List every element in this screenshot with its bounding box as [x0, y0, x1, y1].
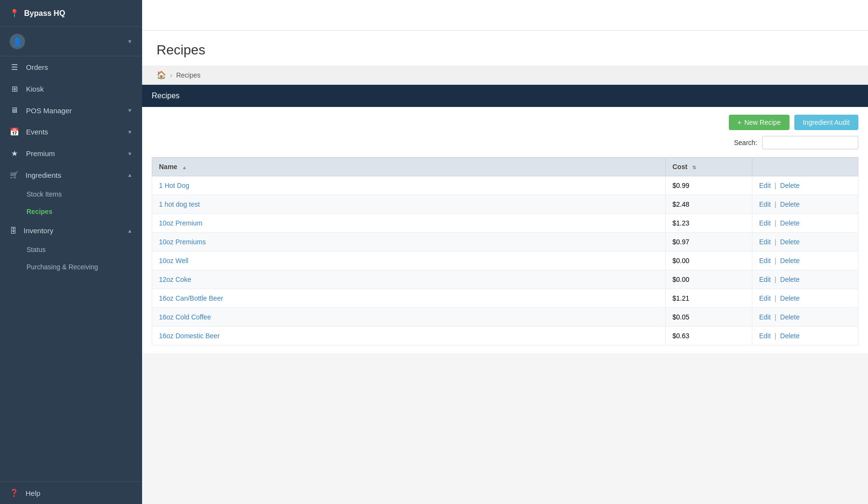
sidebar-item-orders[interactable]: ☰ Orders — [0, 56, 142, 78]
plus-icon: + — [737, 119, 741, 126]
edit-link[interactable]: Edit — [759, 332, 771, 340]
recipe-actions-cell: Edit | Delete — [752, 327, 858, 345]
recipes-card-body: + New Recipe Ingredient Audit Search: — [142, 107, 868, 353]
recipe-name-link[interactable]: 10oz Premiums — [159, 238, 206, 246]
recipe-name-link[interactable]: 16oz Cold Coffee — [159, 313, 211, 321]
recipe-name-cell: 12oz Coke — [152, 270, 666, 289]
purchasing-label: Purchasing & Receiving — [26, 263, 98, 271]
delete-link[interactable]: Delete — [780, 332, 800, 340]
inventory-icon: 🗄 — [10, 226, 17, 235]
recipe-name-link[interactable]: 1 hot dog test — [159, 200, 200, 208]
sidebar: 📍 Bypass HQ 👤 ▼ ☰ Orders ⊞ Kiosk 🖥 POS M… — [0, 0, 142, 504]
new-recipe-button[interactable]: + New Recipe — [729, 115, 789, 130]
orders-icon: ☰ — [10, 63, 19, 72]
edit-link[interactable]: Edit — [759, 182, 771, 189]
table-header: Name ▲ Cost ⇅ — [152, 158, 858, 176]
ingredient-audit-label: Ingredient Audit — [803, 119, 850, 126]
sidebar-item-ingredients[interactable]: 🛒 Ingredients ▲ — [0, 164, 142, 186]
action-separator: | — [773, 276, 778, 283]
delete-link[interactable]: Delete — [780, 182, 800, 189]
sidebar-item-recipes[interactable]: Recipes — [0, 203, 142, 220]
delete-link[interactable]: Delete — [780, 200, 800, 208]
premium-label: Premium — [26, 149, 55, 158]
delete-link[interactable]: Delete — [780, 219, 800, 227]
col-name[interactable]: Name ▲ — [152, 158, 666, 176]
edit-link[interactable]: Edit — [759, 313, 771, 321]
delete-link[interactable]: Delete — [780, 276, 800, 283]
sidebar-item-premium[interactable]: ★ Premium ▼ — [0, 143, 142, 164]
recipe-name-link[interactable]: 16oz Can/Bottle Beer — [159, 294, 223, 302]
table-row: 10oz Premiums$0.97Edit | Delete — [152, 233, 858, 252]
new-recipe-label: New Recipe — [744, 119, 780, 126]
sidebar-item-kiosk[interactable]: ⊞ Kiosk — [0, 78, 142, 100]
recipe-actions-cell: Edit | Delete — [752, 252, 858, 270]
ingredients-label: Ingredients — [26, 171, 61, 179]
main-content: Recipes 🏠 › Recipes Recipes + New Recipe… — [142, 0, 868, 504]
delete-link[interactable]: Delete — [780, 294, 800, 302]
recipe-name-link[interactable]: 10oz Premium — [159, 219, 202, 227]
edit-link[interactable]: Edit — [759, 257, 771, 265]
recipe-actions-cell: Edit | Delete — [752, 214, 858, 233]
recipe-name-cell: 16oz Domestic Beer — [152, 327, 666, 345]
edit-link[interactable]: Edit — [759, 200, 771, 208]
recipe-cost-cell: $1.21 — [666, 289, 752, 308]
delete-link[interactable]: Delete — [780, 313, 800, 321]
edit-link[interactable]: Edit — [759, 294, 771, 302]
delete-link[interactable]: Delete — [780, 257, 800, 265]
recipe-actions-cell: Edit | Delete — [752, 270, 858, 289]
col-cost[interactable]: Cost ⇅ — [666, 158, 752, 176]
recipe-name-link[interactable]: 1 Hot Dog — [159, 182, 189, 189]
recipe-name-cell: 1 Hot Dog — [152, 176, 666, 195]
sidebar-item-purchasing[interactable]: Purchasing & Receiving — [0, 258, 142, 276]
col-actions — [752, 158, 858, 176]
sidebar-item-events[interactable]: 📅 Events ▼ — [0, 121, 142, 143]
edit-link[interactable]: Edit — [759, 276, 771, 283]
recipes-card: Recipes + New Recipe Ingredient Audit Se… — [142, 85, 868, 353]
help-label: Help — [26, 489, 40, 497]
recipe-name-link[interactable]: 10oz Well — [159, 257, 188, 265]
recipe-actions-cell: Edit | Delete — [752, 308, 858, 327]
table-row: 1 hot dog test$2.48Edit | Delete — [152, 195, 858, 214]
brand: 📍 Bypass HQ — [0, 0, 142, 27]
col-cost-label: Cost — [672, 163, 687, 171]
page-header: Recipes — [142, 31, 868, 66]
sidebar-item-status[interactable]: Status — [0, 241, 142, 258]
recipe-cost-cell: $0.63 — [666, 327, 752, 345]
edit-link[interactable]: Edit — [759, 238, 771, 246]
content-area: Recipes 🏠 › Recipes Recipes + New Recipe… — [142, 31, 868, 504]
recipe-name-cell: 1 hot dog test — [152, 195, 666, 214]
action-separator: | — [773, 200, 778, 208]
action-separator: | — [773, 257, 778, 265]
sidebar-item-stock-items[interactable]: Stock Items — [0, 186, 142, 203]
user-icon: 👤 — [10, 34, 25, 49]
action-separator: | — [773, 294, 778, 302]
ingredients-chevron-icon: ▲ — [127, 172, 132, 178]
table-row: 16oz Domestic Beer$0.63Edit | Delete — [152, 327, 858, 345]
recipe-name-cell: 10oz Premium — [152, 214, 666, 233]
recipe-cost-cell: $0.97 — [666, 233, 752, 252]
sidebar-item-pos-manager[interactable]: 🖥 POS Manager ▼ — [0, 100, 142, 121]
page-title: Recipes — [157, 42, 854, 58]
sidebar-item-inventory[interactable]: 🗄 Inventory ▲ — [0, 220, 142, 241]
breadcrumb-current: Recipes — [176, 71, 201, 79]
brand-name: Bypass HQ — [24, 9, 65, 18]
edit-link[interactable]: Edit — [759, 219, 771, 227]
table-row: 12oz Coke$0.00Edit | Delete — [152, 270, 858, 289]
pos-icon: 🖥 — [10, 106, 19, 115]
orders-label: Orders — [26, 63, 48, 71]
events-icon: 📅 — [10, 127, 19, 136]
user-menu[interactable]: 👤 ▼ — [0, 27, 142, 56]
actions-row: + New Recipe Ingredient Audit — [152, 115, 858, 130]
delete-link[interactable]: Delete — [780, 238, 800, 246]
recipe-name-link[interactable]: 16oz Domestic Beer — [159, 332, 220, 340]
sort-name-icon: ▲ — [182, 165, 187, 170]
home-icon[interactable]: 🏠 — [157, 70, 166, 80]
status-label: Status — [26, 246, 46, 253]
ingredient-audit-button[interactable]: Ingredient Audit — [794, 115, 858, 130]
recipe-name-link[interactable]: 12oz Coke — [159, 276, 191, 283]
stock-items-label: Stock Items — [26, 190, 62, 198]
recipe-actions-cell: Edit | Delete — [752, 289, 858, 308]
premium-icon: ★ — [10, 149, 19, 158]
search-input[interactable] — [762, 136, 858, 149]
sidebar-item-help[interactable]: ❓ Help — [0, 481, 142, 504]
